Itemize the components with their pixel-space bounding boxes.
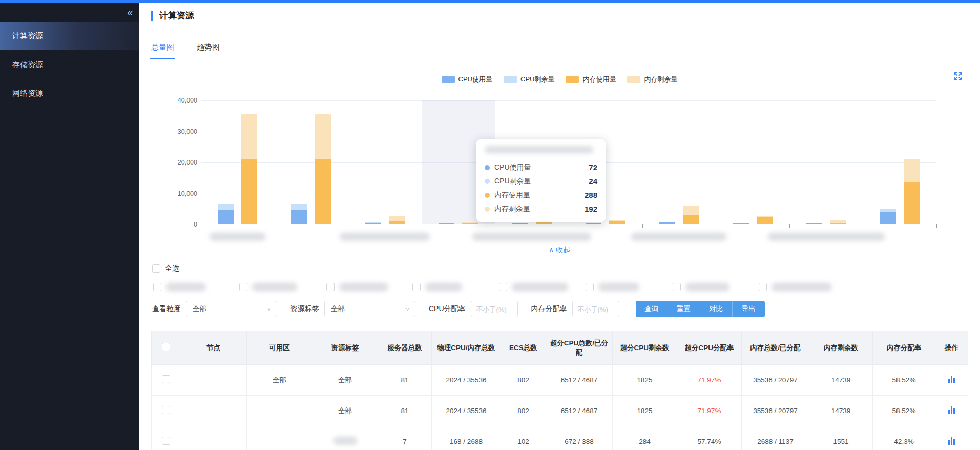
bar-segment-cpu-used[interactable]: [439, 223, 454, 224]
cell-mem_left: 1551: [809, 426, 873, 450]
node-label-redacted: [685, 283, 729, 291]
bar-segment-mem-used[interactable]: [609, 221, 625, 224]
y-axis-tick-label: 40,000: [161, 97, 197, 104]
action-button[interactable]: 查询: [636, 301, 668, 317]
cell-zone: [247, 396, 312, 426]
cell-over_left: 1825: [613, 365, 677, 396]
legend-swatch: [442, 76, 455, 83]
node-checkbox[interactable]: [153, 283, 161, 291]
bar-segment-mem-used[interactable]: [389, 221, 405, 224]
bar-chart-icon[interactable]: [948, 406, 955, 414]
node-checkbox[interactable]: [499, 283, 507, 291]
bar-segment-mem-used[interactable]: [462, 223, 478, 224]
collapse-chart-link[interactable]: ∧ 收起: [139, 246, 980, 255]
tag-value: 全部: [331, 304, 345, 314]
node-label-redacted: [512, 283, 568, 291]
bar-segment-mem-free[interactable]: [315, 114, 331, 159]
node-checkbox[interactable]: [239, 283, 247, 291]
tooltip-title-redacted: [485, 146, 593, 153]
bar-segment-mem-free[interactable]: [904, 159, 920, 182]
collapse-chart-label: 收起: [556, 246, 570, 254]
node-checkbox[interactable]: [759, 283, 767, 291]
bar-segment-cpu-free[interactable]: [218, 204, 234, 210]
bar-segment-mem-free[interactable]: [241, 114, 257, 159]
cell-mem_rate: 58.52%: [873, 396, 935, 426]
bar-segment-cpu-used[interactable]: [880, 212, 896, 224]
mem-rate-label: 内存分配率: [531, 304, 567, 314]
tag-label: 资源标签: [290, 304, 319, 314]
sidebar-item-link[interactable]: 网络资源: [0, 79, 139, 108]
select-all-label: 全选: [165, 264, 179, 273]
bar-segment-cpu-used[interactable]: [512, 223, 528, 224]
tooltip-row: CPU剩余量24: [485, 174, 597, 188]
mem-rate-input[interactable]: [572, 301, 619, 317]
x-axis-label-redacted: [631, 233, 726, 241]
sidebar-menu: 计算资源存储资源网络资源: [0, 22, 139, 108]
cell-node: [180, 426, 247, 450]
bar-segment-cpu-used[interactable]: [659, 222, 675, 224]
bar-segment-cpu-free[interactable]: [291, 204, 307, 210]
select-all-checkbox[interactable]: [152, 264, 160, 273]
bar-segment-mem-used[interactable]: [904, 182, 920, 224]
cell-mem_total: 2688 / 1137: [742, 426, 809, 450]
node-checkbox[interactable]: [412, 283, 421, 291]
bar-segment-mem-used[interactable]: [683, 215, 699, 224]
bar-segment-cpu-used[interactable]: [806, 223, 822, 224]
chart-legend: CPU使用量CPU剩余量内存使用量内存剩余量: [139, 75, 980, 84]
column-header: 服务器总数: [378, 331, 432, 365]
sidebar-item-link[interactable]: 存储资源: [0, 50, 139, 79]
tooltip-series-label: 内存剩余量: [494, 204, 530, 214]
legend-item[interactable]: 内存剩余量: [627, 75, 677, 84]
sidebar-collapse-icon[interactable]: «: [127, 7, 133, 18]
bar-segment-mem-free[interactable]: [389, 216, 405, 221]
node-checkbox-row: [139, 283, 980, 293]
bar-chart-icon[interactable]: [948, 437, 955, 445]
main-content: 计算资源 总量图趋势图 CPU使用量CPU剩余量内存使用量内存剩余量 010,0…: [139, 3, 980, 450]
bar-chart-icon[interactable]: [948, 375, 955, 383]
x-axis-label-redacted: [340, 233, 430, 241]
bar-segment-mem-used[interactable]: [315, 159, 331, 224]
legend-item[interactable]: CPU使用量: [442, 75, 492, 84]
cell-ecs: 802: [501, 365, 546, 396]
column-header: 超分CPU总数/已分配: [546, 331, 613, 365]
bar-segment-cpu-used[interactable]: [365, 223, 381, 224]
tab-active[interactable]: 总量图: [151, 43, 174, 59]
action-button[interactable]: 导出: [733, 301, 765, 317]
resource-table: 节点可用区资源标签服务器总数物理CPU/内存总数ECS总数超分CPU总数/已分配…: [151, 331, 968, 450]
bar-segment-cpu-used[interactable]: [586, 223, 601, 224]
chart-tooltip: CPU使用量72CPU剩余量24内存使用量288内存剩余量192: [476, 139, 606, 222]
bar-segment-mem-used[interactable]: [830, 223, 846, 224]
tooltip-series-dot: [485, 179, 490, 184]
bar-segment-cpu-used[interactable]: [218, 210, 234, 224]
bar-segment-cpu-used[interactable]: [291, 210, 307, 224]
cpu-rate-input[interactable]: [471, 301, 518, 317]
cell-mem_rate: 42.3%: [873, 426, 935, 450]
sidebar-item-active[interactable]: 计算资源: [0, 22, 139, 50]
legend-item[interactable]: 内存使用量: [566, 75, 616, 84]
legend-item[interactable]: CPU剩余量: [504, 75, 554, 84]
tooltip-series-label: CPU剩余量: [494, 177, 531, 186]
tab-inactive[interactable]: 趋势图: [197, 43, 220, 59]
tab-bar: 总量图趋势图: [151, 43, 220, 59]
node-checkbox[interactable]: [326, 283, 335, 291]
action-button[interactable]: 对比: [700, 301, 733, 317]
bar-segment-mem-used[interactable]: [241, 159, 257, 224]
bar-segment-mem-free[interactable]: [683, 206, 699, 215]
node-checkbox[interactable]: [673, 283, 681, 291]
row-checkbox[interactable]: [162, 406, 170, 414]
legend-swatch: [627, 76, 640, 83]
legend-swatch: [566, 76, 579, 83]
granularity-select[interactable]: 全部 ∨: [186, 301, 277, 317]
node-checkbox[interactable]: [586, 283, 594, 291]
column-header: 内存总数/已分配: [742, 331, 809, 365]
bar-segment-cpu-used[interactable]: [733, 223, 749, 224]
action-button[interactable]: 重置: [668, 301, 700, 317]
bar-segment-mem-used[interactable]: [757, 217, 773, 224]
tag-select[interactable]: 全部 ∨: [324, 301, 415, 317]
row-checkbox[interactable]: [162, 437, 170, 445]
node-label-redacted: [772, 283, 832, 291]
fullscreen-icon[interactable]: [952, 71, 964, 82]
chevron-down-icon: ∨: [405, 306, 410, 312]
row-checkbox[interactable]: [162, 375, 170, 383]
header-select-checkbox[interactable]: [162, 343, 170, 351]
